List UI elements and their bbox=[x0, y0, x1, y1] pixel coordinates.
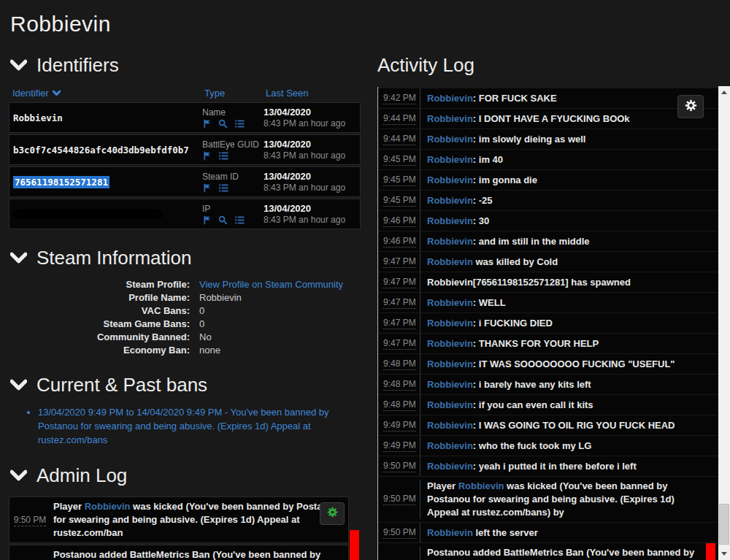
message-text: left the server bbox=[473, 527, 538, 538]
chevron-down-icon[interactable] bbox=[10, 378, 27, 392]
player-name-link[interactable]: Robbievin bbox=[427, 297, 473, 308]
player-name-link[interactable]: Robbievin bbox=[427, 379, 473, 390]
list-icon[interactable] bbox=[218, 151, 228, 161]
player-name-link[interactable]: Robbievin bbox=[427, 338, 473, 349]
steam-field-value: 0 bbox=[190, 318, 361, 330]
flag-icon[interactable] bbox=[202, 151, 212, 161]
admin-log-time: 9:50 PM bbox=[9, 515, 50, 525]
player-name-link[interactable]: Robbievin bbox=[427, 215, 473, 226]
player-name-link[interactable]: Robbievin bbox=[427, 113, 473, 124]
activity-log-time: 9:45 PM bbox=[378, 150, 420, 169]
list-icon[interactable] bbox=[218, 183, 228, 193]
search-icon[interactable] bbox=[218, 215, 228, 225]
activity-log-time: 9:49 PM bbox=[378, 415, 420, 435]
message-text: : if you can even call it kits bbox=[473, 399, 593, 410]
player-name-link[interactable]: Robbievin bbox=[427, 461, 473, 472]
search-icon[interactable] bbox=[218, 119, 228, 129]
bans-section-header: Current & Past bans bbox=[10, 374, 361, 396]
message-text: : and im still in the middle bbox=[473, 236, 590, 247]
player-name-link[interactable]: Robbievin bbox=[427, 358, 473, 369]
activity-log-message: Robbievin: who the fuck took my LG bbox=[420, 440, 718, 453]
message-text: Postanou added BattleMetrics Ban (You've… bbox=[53, 549, 334, 560]
flag-icon[interactable] bbox=[202, 119, 212, 129]
admin-log-section-title: Admin Log bbox=[36, 464, 127, 487]
player-name-link[interactable]: Robbievin bbox=[427, 236, 473, 247]
scrollbar-thumb[interactable] bbox=[719, 504, 729, 545]
identifier-value-cell: Robbievin bbox=[13, 112, 202, 123]
activity-log-message: Robbievin: 30 bbox=[420, 215, 718, 228]
list-icon[interactable] bbox=[234, 215, 245, 225]
activity-log-row: 9:46 PMRobbievin: and im still in the mi… bbox=[378, 231, 718, 251]
player-name-link[interactable]: Robbievin bbox=[427, 440, 473, 451]
activity-log-title: Activity Log bbox=[377, 54, 730, 77]
activity-log-message: Robbievin: im gonna die bbox=[420, 174, 718, 187]
identifier-value-selected[interactable]: 76561198152571281 bbox=[13, 176, 110, 188]
message-text: : I WAS GOING TO OIL RIG YOU FUCK HEAD bbox=[473, 420, 675, 431]
flag-icon[interactable] bbox=[202, 215, 212, 225]
identifier-value[interactable]: Robbievin bbox=[13, 112, 63, 123]
admin-log-rows: 9:50 PMPlayer Robbievin was kicked (You'… bbox=[9, 496, 349, 560]
activity-log-row: 9:44 PMRobbievin: im slowly dieing as we… bbox=[378, 129, 718, 149]
player-name-link[interactable]: Robbievin bbox=[427, 195, 473, 206]
time-text: 9:47 PM bbox=[383, 277, 416, 288]
player-name-link[interactable]: Robbievin bbox=[427, 399, 473, 410]
player-name-link[interactable]: Robbievin bbox=[427, 174, 473, 185]
message-text: : who the fuck took my LG bbox=[473, 440, 592, 451]
player-name-link[interactable]: Robbievin bbox=[427, 318, 473, 329]
player-name-link[interactable]: Robbievin bbox=[427, 256, 473, 267]
activity-log-time: 9:48 PM bbox=[378, 395, 420, 415]
player-name-link[interactable]: Robbievin bbox=[427, 420, 473, 431]
list-icon[interactable] bbox=[234, 119, 245, 129]
activity-log-time: 9:42 PM bbox=[378, 88, 420, 108]
activity-log-message: Robbievin: and im still in the middle bbox=[420, 235, 718, 248]
identifier-type-cell: IP bbox=[202, 204, 264, 225]
message-text: Player bbox=[427, 480, 458, 491]
steam-info-fields: Steam Profile:View Profile on Steam Comm… bbox=[9, 278, 361, 356]
scroll-down-arrow[interactable] bbox=[718, 548, 730, 560]
column-header-identifier[interactable]: Identifier bbox=[12, 88, 204, 99]
steam-info-section-title: Steam Information bbox=[36, 247, 191, 269]
identifiers-section-title: Identifiers bbox=[36, 54, 119, 77]
activity-log-row: 9:50 PMRobbievin left the server bbox=[378, 523, 718, 542]
last-seen-cell: 13/04/20208:43 PM an hour ago bbox=[264, 139, 360, 161]
activity-log-message: Robbievin: THANKS FOR YOUR HELP bbox=[420, 337, 718, 350]
activity-log-row: 9:50 PMPlayer Robbievin was kicked (You'… bbox=[378, 477, 718, 522]
player-name-link[interactable]: Robbievin bbox=[427, 134, 473, 145]
gear-icon bbox=[327, 507, 338, 521]
message-text: : im 40 bbox=[473, 154, 503, 165]
scroll-up-arrow[interactable] bbox=[718, 86, 730, 99]
steam-profile-link[interactable]: View Profile on Steam Community bbox=[199, 279, 343, 290]
last-seen-cell: 13/04/20208:43 PM an hour ago bbox=[264, 203, 360, 225]
player-name-link[interactable]: Robbievin bbox=[85, 501, 131, 512]
chevron-down-icon[interactable] bbox=[10, 58, 27, 72]
activity-log-row: 9:47 PMRobbievin: i FUCKING DIED bbox=[378, 313, 718, 333]
steam-field-value: 0 bbox=[190, 304, 361, 317]
activity-log-row: 9:45 PMRobbievin: -25 bbox=[378, 191, 718, 210]
player-name-link[interactable]: Robbievin bbox=[427, 93, 473, 104]
activity-log-row: 9:50 PMRobbievin: yeah i putted it in th… bbox=[378, 456, 718, 476]
admin-log-message: Player Robbievin was kicked (You've been… bbox=[50, 497, 348, 542]
activity-settings-button[interactable] bbox=[677, 95, 704, 118]
chevron-down-icon[interactable] bbox=[10, 251, 27, 265]
admin-action-button[interactable] bbox=[320, 502, 345, 525]
ban-link[interactable]: 13/04/2020 9:49 PM to 14/04/2020 9:49 PM… bbox=[38, 407, 329, 445]
time-text: 9:45 PM bbox=[383, 174, 416, 186]
identifier-row: b3c0f7c4544826afc40d3db9ebfdf0b7BattlEye… bbox=[9, 134, 361, 165]
message-text: : im gonna die bbox=[473, 174, 537, 185]
message-text: Robbievin[76561198152571281] has spawned bbox=[427, 277, 631, 288]
activity-log-time: 9:50 PM bbox=[378, 523, 420, 542]
time-text: 9:44 PM bbox=[383, 113, 416, 125]
admin-log-row: 9:50 PMPlayer Robbievin was kicked (You'… bbox=[9, 496, 349, 543]
identifier-value[interactable]: b3c0f7c4544826afc40d3db9ebfdf0b7 bbox=[13, 145, 189, 156]
chevron-down-icon[interactable] bbox=[10, 469, 27, 483]
player-name-link[interactable]: Robbievin bbox=[427, 154, 473, 165]
steam-field-value: View Profile on Steam Community bbox=[190, 278, 361, 291]
time-text: 9:48 PM bbox=[383, 399, 416, 411]
flag-icon[interactable] bbox=[202, 183, 212, 193]
activity-log-message: Robbievin: if you can even call it kits bbox=[420, 399, 718, 412]
time-text: 9:46 PM bbox=[383, 236, 416, 248]
activity-log-message: Robbievin left the server bbox=[420, 526, 718, 540]
player-name-link[interactable]: Robbievin bbox=[458, 480, 504, 491]
activity-log-row: 9:47 PMRobbievin: WELL bbox=[378, 293, 718, 312]
player-name-link[interactable]: Robbievin bbox=[427, 527, 473, 538]
